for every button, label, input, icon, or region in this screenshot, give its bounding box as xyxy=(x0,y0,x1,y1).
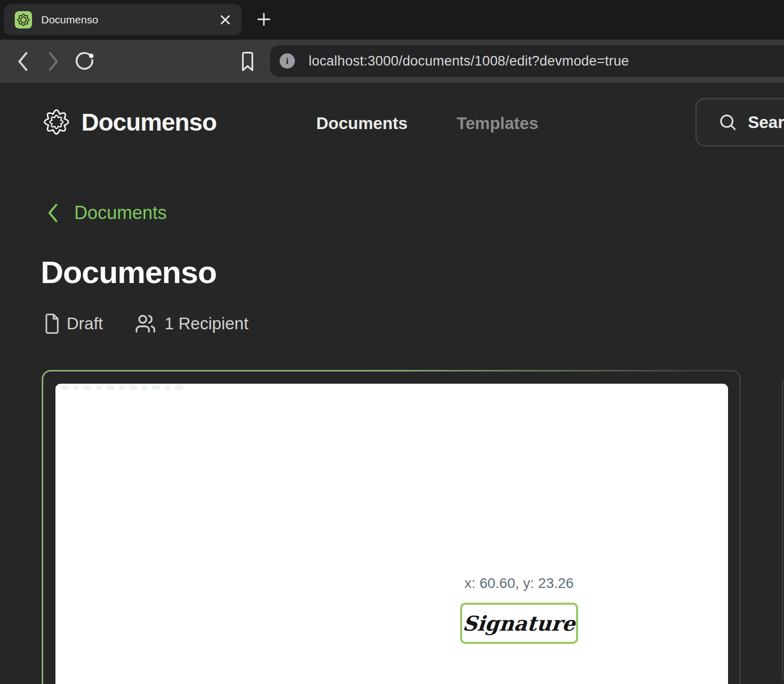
signature-field-label: Signature xyxy=(462,611,576,635)
chevron-right-icon xyxy=(45,50,62,73)
forward-button[interactable] xyxy=(39,40,68,83)
page-title: Documenso xyxy=(41,254,217,290)
reload-icon xyxy=(71,48,98,75)
back-button[interactable] xyxy=(9,40,37,83)
app-header: Documenso Documents Templates Search xyxy=(0,83,784,164)
search-button[interactable]: Search xyxy=(696,98,784,146)
url-bar[interactable]: i localhost:3000/documents/1008/edit?dev… xyxy=(270,45,784,77)
document-card-inner: x: 60.60, y: 23.26 Signature xyxy=(43,371,739,684)
chevron-left-icon xyxy=(14,50,32,73)
documenso-logo-icon xyxy=(42,107,71,137)
nav-documents[interactable]: Documents xyxy=(316,114,408,133)
new-tab-button[interactable] xyxy=(252,7,276,32)
browser-tab-bar: Documenso xyxy=(0,0,784,40)
tab-title: Documenso xyxy=(41,14,215,26)
breadcrumb[interactable]: Documents xyxy=(46,202,167,224)
url-text[interactable]: localhost:3000/documents/1008/edit?devmo… xyxy=(309,53,629,69)
file-icon xyxy=(43,313,60,334)
reload-button[interactable] xyxy=(70,40,99,83)
brand-logo[interactable]: Documenso xyxy=(42,107,217,137)
sidebar-card-edge xyxy=(782,376,784,684)
recipient-count: 1 Recipient xyxy=(165,314,249,333)
close-icon[interactable] xyxy=(215,10,235,30)
field-coordinates-label: x: 60.60, y: 23.26 xyxy=(460,575,578,592)
brand-wordmark: Documenso xyxy=(81,108,217,136)
status-badge: Draft xyxy=(67,314,103,333)
browser-toolbar: i localhost:3000/documents/1008/edit?dev… xyxy=(0,40,784,83)
search-label: Search xyxy=(748,113,784,132)
search-icon xyxy=(718,112,738,133)
documenso-favicon xyxy=(15,11,32,28)
signature-field[interactable]: Signature xyxy=(460,603,578,644)
info-icon[interactable]: i xyxy=(280,53,295,69)
bookmark-icon xyxy=(239,51,256,72)
plus-icon xyxy=(255,11,273,28)
nav-templates[interactable]: Templates xyxy=(457,114,538,133)
documenso-rosette-icon xyxy=(16,13,31,27)
document-status-row: Draft 1 Recipient xyxy=(43,311,249,336)
users-icon xyxy=(133,313,158,334)
browser-tab[interactable]: Documenso xyxy=(4,4,242,35)
bookmark-button[interactable] xyxy=(233,40,262,83)
pdf-page[interactable]: x: 60.60, y: 23.26 Signature xyxy=(55,384,728,684)
document-card: x: 60.60, y: 23.26 Signature xyxy=(42,370,741,684)
chevron-left-icon xyxy=(46,203,60,223)
breadcrumb-label[interactable]: Documents xyxy=(74,202,167,224)
pdf-faint-content xyxy=(61,385,183,390)
